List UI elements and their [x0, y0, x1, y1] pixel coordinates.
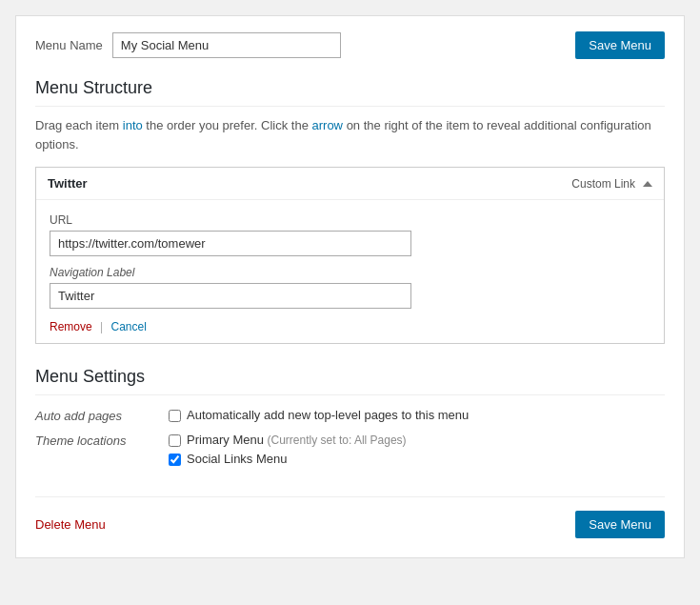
auto-add-checkbox-text: Automatically add new top-level pages to…: [187, 408, 469, 422]
menu-item-header-right: Custom Link: [571, 177, 652, 191]
menu-structure-section: Menu Structure Drag each item into the o…: [35, 78, 665, 344]
menu-item-card: Twitter Custom Link URL Navigation Label: [35, 167, 665, 344]
theme-locations-label: Theme locations: [35, 430, 169, 474]
primary-menu-note: (Currently set to: All Pages): [268, 434, 407, 447]
highlight-arrow: arrow: [312, 118, 344, 132]
theme-locations-value-cell: Primary Menu (Currently set to: All Page…: [169, 430, 665, 474]
menu-item-body: URL Navigation Label Remove | Cancel: [36, 200, 664, 343]
menu-structure-description: Drag each item into the order you prefer…: [35, 116, 665, 153]
footer-row: Delete Menu Save Menu: [35, 496, 665, 538]
delete-menu-link[interactable]: Delete Menu: [35, 517, 106, 532]
auto-add-row: Auto add pages Automatically add new top…: [35, 405, 665, 430]
primary-menu-checkbox[interactable]: [169, 434, 181, 447]
auto-add-value-cell: Automatically add new top-level pages to…: [169, 405, 665, 430]
nav-label-label: Navigation Label: [50, 266, 650, 279]
auto-add-checkbox-label[interactable]: Automatically add new top-level pages to…: [169, 408, 665, 422]
save-menu-button-bottom[interactable]: Save Menu: [575, 511, 665, 538]
nav-label-input[interactable]: [50, 283, 411, 309]
menu-item-type: Custom Link: [571, 177, 635, 191]
action-separator: |: [100, 320, 103, 333]
menu-settings-title: Menu Settings: [35, 367, 665, 395]
social-links-menu-checkbox[interactable]: [169, 454, 181, 466]
auto-add-checkbox[interactable]: [169, 410, 181, 422]
theme-locations-row: Theme locations Primary Menu (Currently …: [35, 430, 665, 474]
primary-menu-checkbox-label[interactable]: Primary Menu (Currently set to: All Page…: [169, 433, 665, 447]
social-links-menu-text: Social Links Menu: [187, 452, 288, 466]
save-menu-button-top[interactable]: Save Menu: [575, 31, 665, 59]
menu-item-header[interactable]: Twitter Custom Link: [36, 168, 664, 200]
menu-name-label: Menu Name: [35, 38, 103, 52]
settings-table: Auto add pages Automatically add new top…: [35, 405, 665, 474]
url-label: URL: [50, 213, 650, 227]
menu-item-title: Twitter: [48, 176, 88, 191]
remove-link[interactable]: Remove: [50, 320, 92, 333]
header-row: Menu Name Save Menu: [35, 31, 665, 59]
cancel-link[interactable]: Cancel: [111, 320, 147, 333]
menu-settings-section: Menu Settings Auto add pages Automatical…: [35, 367, 665, 474]
url-input[interactable]: [50, 231, 411, 256]
menu-structure-title: Menu Structure: [35, 78, 665, 107]
expand-arrow-icon[interactable]: [643, 181, 652, 187]
item-actions: Remove | Cancel: [50, 320, 650, 333]
nav-label-field-group: Navigation Label: [50, 266, 650, 309]
auto-add-label: Auto add pages: [35, 405, 169, 430]
url-field-group: URL: [50, 213, 650, 256]
social-links-menu-checkbox-label[interactable]: Social Links Menu: [169, 452, 665, 466]
primary-menu-text: Primary Menu (Currently set to: All Page…: [187, 433, 407, 447]
menu-name-input[interactable]: [112, 32, 341, 58]
highlight-into: into: [123, 118, 143, 132]
